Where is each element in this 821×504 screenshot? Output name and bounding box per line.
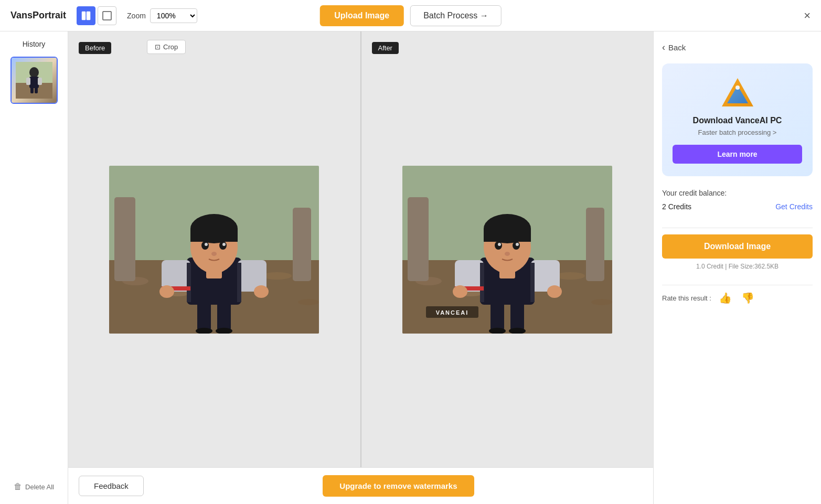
svg-point-60: [516, 243, 519, 246]
right-panel: ‹ Back: [653, 31, 821, 504]
credits-section: Your credit balance: 2 Credits Get Credi…: [662, 189, 813, 211]
vanceai-logo: [721, 76, 754, 110]
before-label: Before: [79, 42, 111, 54]
sidebar: History 🗑 Delete Al: [0, 31, 68, 504]
svg-point-67: [547, 285, 562, 298]
svg-point-31: [222, 243, 226, 246]
history-thumb-image: [12, 58, 57, 103]
crop-icon: ⊡: [155, 43, 161, 51]
header-center: Upload Image Batch Process →: [319, 5, 502, 26]
svg-rect-34: [217, 302, 231, 331]
rating-section: Rate this result : 👍 👎: [662, 289, 813, 306]
crop-button[interactable]: ⊡ Crop: [147, 40, 186, 54]
svg-rect-33: [197, 302, 211, 331]
svg-rect-7: [26, 78, 30, 85]
svg-point-38: [254, 285, 269, 298]
svg-rect-68: [499, 268, 515, 278]
main: History 🗑 Delete Al: [0, 31, 821, 504]
get-credits-link[interactable]: Get Credits: [775, 202, 813, 211]
svg-point-73: [735, 85, 740, 90]
credits-label: Your credit balance:: [662, 189, 813, 197]
after-pane: After: [361, 31, 654, 467]
after-image: VANCEAI: [402, 166, 612, 334]
download-meta: 1.0 Credit | File Size:362.5KB: [662, 263, 813, 270]
upgrade-button[interactable]: Upgrade to remove watermarks: [323, 475, 474, 497]
svg-point-30: [205, 243, 208, 246]
header: VansPortrait Zoom 100% 75% 50% 150%: [0, 0, 821, 31]
header-left: VansPortrait Zoom 100% 75% 50% 150%: [10, 6, 197, 25]
svg-rect-47: [586, 208, 604, 281]
svg-rect-27: [190, 229, 238, 242]
crop-label: Crop: [163, 43, 178, 51]
back-label: Back: [668, 43, 686, 52]
svg-rect-52: [530, 263, 535, 302]
learn-more-button[interactable]: Learn more: [673, 145, 802, 164]
svg-rect-39: [206, 268, 222, 278]
svg-rect-62: [491, 302, 504, 331]
view-toggle: [77, 6, 116, 25]
svg-point-5: [29, 67, 39, 78]
svg-rect-0: [82, 12, 86, 20]
svg-point-16: [298, 299, 319, 305]
bottom-bar: Feedback Upgrade to remove watermarks: [68, 467, 653, 504]
svg-point-37: [159, 285, 174, 298]
batch-process-button[interactable]: Batch Process →: [410, 5, 502, 26]
thumbs-up-button[interactable]: 👍: [717, 289, 734, 306]
rating-label: Rate this result :: [662, 294, 711, 302]
svg-rect-56: [484, 229, 531, 242]
close-button[interactable]: ×: [804, 9, 811, 23]
thumbs-up-icon: 👍: [719, 292, 732, 304]
svg-rect-1: [87, 12, 90, 20]
feedback-button[interactable]: Feedback: [79, 476, 144, 496]
zoom-label: Zoom: [127, 12, 146, 20]
app-logo: VansPortrait: [10, 10, 66, 21]
svg-rect-6: [29, 77, 39, 88]
upload-image-button[interactable]: Upload Image: [319, 5, 404, 26]
before-pane: Before ⊡ Crop: [68, 31, 361, 467]
promo-subtitle: Faster batch processing >: [673, 128, 802, 136]
svg-rect-10: [35, 87, 38, 93]
svg-rect-9: [30, 87, 34, 93]
split-view-button[interactable]: [77, 6, 95, 25]
delete-all-button[interactable]: 🗑 Delete All: [9, 478, 58, 496]
svg-rect-8: [38, 78, 42, 85]
svg-rect-17: [114, 197, 135, 281]
svg-rect-46: [408, 197, 429, 281]
header-right: ×: [804, 9, 811, 23]
svg-point-66: [453, 285, 467, 298]
delete-all-label: Delete All: [25, 483, 54, 491]
history-thumbnail[interactable]: [10, 57, 58, 104]
divider-2: [662, 285, 813, 285]
thumbs-down-button[interactable]: 👎: [739, 289, 756, 306]
content-area: Before ⊡ Crop: [68, 31, 653, 504]
svg-rect-51: [480, 263, 484, 302]
svg-text:VANCEAI: VANCEAI: [435, 309, 468, 316]
svg-point-61: [505, 252, 510, 256]
after-label: After: [372, 42, 399, 54]
svg-point-59: [498, 243, 501, 246]
zoom-area: Zoom 100% 75% 50% 150% 200%: [127, 8, 197, 23]
download-image-button[interactable]: Download Image: [662, 234, 813, 259]
credits-value: 2 Credits: [662, 202, 691, 211]
svg-rect-2: [103, 12, 111, 20]
svg-rect-18: [293, 208, 311, 281]
svg-rect-23: [237, 263, 241, 302]
back-button[interactable]: ‹ Back: [662, 42, 813, 53]
divider: [662, 228, 813, 228]
promo-title: Download VanceAI PC: [673, 116, 802, 125]
back-chevron-icon: ‹: [662, 42, 665, 53]
thumbs-down-icon: 👎: [741, 292, 754, 304]
before-image: [109, 166, 319, 334]
svg-rect-22: [187, 263, 191, 302]
svg-point-45: [591, 299, 612, 305]
trash-icon: 🗑: [14, 482, 22, 491]
promo-card: Download VanceAI PC Faster batch process…: [662, 63, 813, 176]
zoom-select[interactable]: 100% 75% 50% 150% 200%: [150, 8, 197, 23]
single-view-button[interactable]: [98, 6, 116, 25]
svg-point-32: [211, 252, 217, 256]
svg-point-15: [262, 272, 292, 280]
history-label: History: [23, 40, 46, 48]
image-area: Before ⊡ Crop: [68, 31, 653, 467]
svg-point-44: [556, 272, 585, 280]
credits-row: 2 Credits Get Credits: [662, 202, 813, 211]
